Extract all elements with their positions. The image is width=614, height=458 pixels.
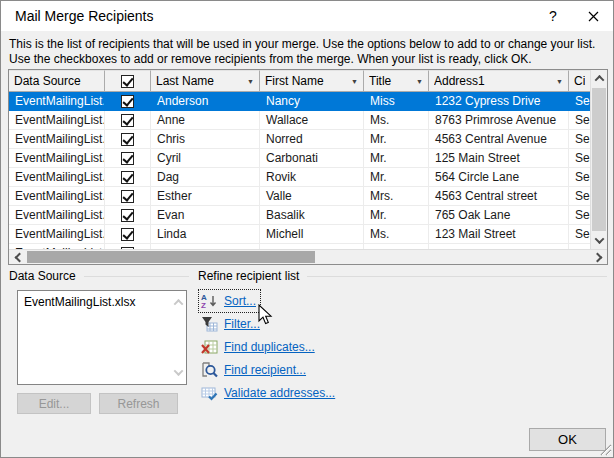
column-header-data-source[interactable]: Data Source (9, 70, 105, 92)
column-header-checkbox[interactable] (105, 70, 151, 92)
cell-first-name: Wallace (260, 111, 364, 130)
table-row[interactable]: EventMailingList.x...EvanBasalikMr.765 O… (9, 206, 590, 225)
recipient-checkbox[interactable] (121, 95, 134, 108)
mail-merge-recipients-dialog: Mail Merge Recipients ? This is the list… (0, 0, 614, 458)
table-row[interactable]: EventMailingList.x...EstherValleMrs.4563… (9, 187, 590, 206)
table-body: EventMailingList.x...AndersonNancyMiss12… (9, 92, 590, 249)
cell-title: Ms. (364, 225, 429, 244)
cell-first-name: Michell (260, 225, 364, 244)
data-source-listbox[interactable]: EventMailingList.xlsx (17, 290, 187, 385)
column-dropdown-icon[interactable]: ▼ (351, 78, 358, 85)
scroll-down-button[interactable] (591, 232, 607, 249)
cell-include-checkbox (105, 187, 151, 206)
cell-address1: 123 Mail Street (429, 225, 569, 244)
recipient-checkbox[interactable] (121, 171, 134, 184)
cell-first-name: Basalik (260, 206, 364, 225)
scroll-up-button[interactable] (591, 70, 607, 87)
cell-title: Mr. (364, 206, 429, 225)
recipient-checkbox[interactable] (121, 228, 134, 241)
horizontal-scroll-thumb[interactable] (27, 251, 315, 263)
table-row[interactable]: EventMailingList.x...CyrilCarbonatiMr.12… (9, 149, 590, 168)
cell-city: Seat (569, 206, 590, 225)
cell-last-name: Esther (151, 187, 260, 206)
cell-address1: 765 Oak Lane (429, 206, 569, 225)
sort-link[interactable]: Sort... (224, 294, 256, 308)
column-header-last-name[interactable]: Last Name▼ (151, 70, 260, 92)
help-button[interactable]: ? (533, 1, 573, 31)
cell-include-checkbox (105, 92, 151, 111)
column-header-label: Last Name (156, 74, 245, 88)
vertical-scrollbar[interactable] (590, 70, 607, 249)
column-dropdown-icon[interactable]: ▼ (416, 78, 423, 85)
cell-include-checkbox (105, 168, 151, 187)
cell-last-name: Anderson (151, 92, 260, 111)
filter-icon (200, 316, 218, 332)
find-duplicates-icon (200, 339, 218, 355)
column-header-city[interactable]: City (569, 70, 590, 92)
cell-city: Seat (569, 187, 590, 206)
cell-last-name: Chris (151, 130, 260, 149)
column-header-first-name[interactable]: First Name▼ (260, 70, 364, 92)
filter-link[interactable]: Filter... (224, 317, 260, 331)
column-header-address1[interactable]: Address1▼ (429, 70, 569, 92)
cell-data-source: EventMailingList.x... (9, 149, 105, 168)
cell-last-name: Anne (151, 111, 260, 130)
filter-link-row: Filter... (200, 314, 335, 334)
recipient-checkbox[interactable] (121, 114, 134, 127)
chevron-down-icon (594, 234, 604, 244)
close-button[interactable] (573, 1, 613, 31)
cell-last-name: Linda (151, 225, 260, 244)
table-row[interactable]: EventMailingList.x...LindaMichellMs.123 … (9, 225, 590, 244)
cell-city: Seat (569, 130, 590, 149)
cell-last-name: Evan (151, 206, 260, 225)
listbox-scroll-down-icon (175, 369, 182, 376)
resize-grip[interactable] (598, 442, 612, 456)
divider (307, 276, 607, 277)
cell-address1: 4563 Central street (429, 187, 569, 206)
table-row[interactable]: EventMailingList.x...DagRovikMr.564 Circ… (9, 168, 590, 187)
table-row[interactable]: EventMailingList.x...ChrisNorredMr.4563 … (9, 130, 590, 149)
data-source-file-item[interactable]: EventMailingList.xlsx (18, 291, 186, 309)
find-recipient-icon (200, 362, 218, 378)
refine-section-label: Refine recipient list (198, 269, 607, 283)
column-header-label: Title (369, 74, 414, 88)
cell-include-checkbox (105, 206, 151, 225)
refine-links-list: AZSort...Filter...Find duplicates...Find… (200, 291, 335, 406)
recipient-checkbox[interactable] (121, 209, 134, 222)
data-source-section-label: Data Source (9, 269, 189, 283)
scroll-right-button[interactable] (590, 250, 607, 264)
recipient-checkbox[interactable] (121, 152, 134, 165)
cell-city: Seat (569, 111, 590, 130)
find-recipient-link[interactable]: Find recipient... (224, 363, 306, 377)
table-row[interactable]: EventMailingList.x...AnneWallaceMs.8763 … (9, 111, 590, 130)
edit-button[interactable]: Edit... (17, 393, 91, 414)
refresh-button[interactable]: Refresh (99, 393, 178, 414)
cell-first-name: Carbonati (260, 149, 364, 168)
column-header-title[interactable]: Title▼ (364, 70, 429, 92)
cell-data-source: EventMailingList.x... (9, 187, 105, 206)
column-dropdown-icon[interactable]: ▼ (247, 78, 254, 85)
recipient-checkbox[interactable] (121, 133, 134, 146)
cell-address1: 125 Main Street (429, 149, 569, 168)
scroll-left-button[interactable] (9, 250, 26, 264)
horizontal-scrollbar[interactable] (9, 249, 607, 264)
validate-addresses-icon (200, 385, 218, 401)
ok-button[interactable]: OK (529, 428, 606, 451)
column-header-label: Data Source (14, 74, 99, 88)
cell-title: Ms. (364, 111, 429, 130)
find-duplicates-link-row: Find duplicates... (200, 337, 335, 357)
select-all-checkbox[interactable] (121, 75, 134, 88)
validate-addresses-link-row: Validate addresses... (200, 383, 335, 403)
validate-addresses-link[interactable]: Validate addresses... (224, 386, 335, 400)
column-dropdown-icon[interactable]: ▼ (556, 78, 563, 85)
column-header-label: Address1 (434, 74, 554, 88)
cell-data-source: EventMailingList.x... (9, 130, 105, 149)
help-icon: ? (549, 8, 557, 24)
recipient-checkbox[interactable] (121, 190, 134, 203)
table-row[interactable]: EventMailingList.x...AndersonNancyMiss12… (9, 92, 590, 111)
vertical-scroll-thumb[interactable] (592, 88, 606, 231)
cell-data-source: EventMailingList.x... (9, 92, 105, 111)
listbox-scroll-up-icon (175, 299, 182, 306)
find-duplicates-link[interactable]: Find duplicates... (224, 340, 315, 354)
cell-city: Seat (569, 168, 590, 187)
